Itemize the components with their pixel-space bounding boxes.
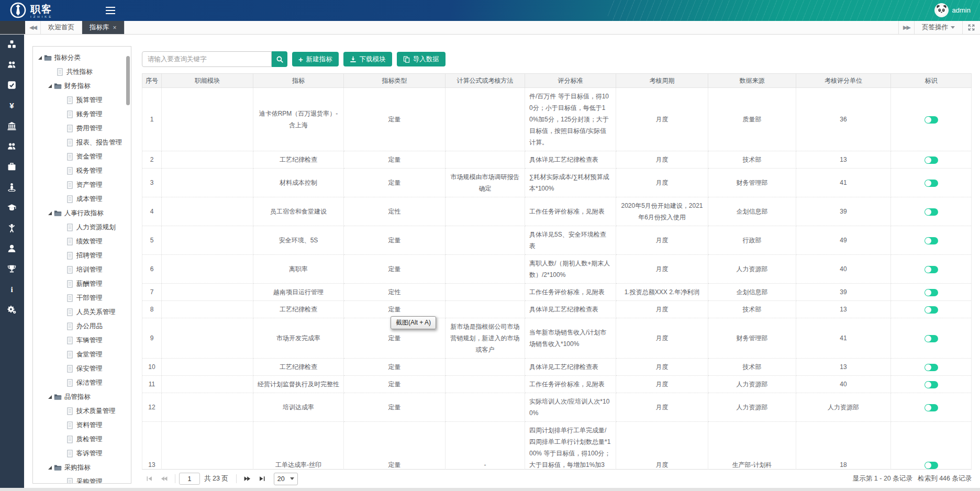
tab-close-icon[interactable]: × <box>113 24 117 31</box>
flag-toggle-switch[interactable] <box>925 306 938 314</box>
flag-toggle-switch[interactable] <box>925 266 938 273</box>
tree-item-leaf[interactable]: 食堂管理 <box>33 348 131 362</box>
search-button[interactable] <box>272 51 287 67</box>
tree-item-leaf[interactable]: 质检管理 <box>33 432 131 447</box>
tree-item-folder[interactable]: 采购指标 <box>33 461 131 475</box>
cogs-icon[interactable] <box>6 304 18 315</box>
tree-item-folder[interactable]: 人事行政指标 <box>33 206 131 220</box>
users-icon[interactable] <box>6 59 18 70</box>
flag-toggle-switch[interactable] <box>925 404 938 411</box>
flag-toggle-switch[interactable] <box>925 237 938 244</box>
tree-expand-caret-icon[interactable] <box>48 84 52 88</box>
tree-item-leaf[interactable]: 绩效管理 <box>33 235 131 249</box>
prev-page-button[interactable] <box>157 473 171 485</box>
flag-toggle-switch[interactable] <box>925 364 938 371</box>
fullscreen-expand-icon[interactable] <box>962 21 980 34</box>
cubes-icon[interactable] <box>6 39 18 50</box>
tree-item-leaf[interactable]: 预算管理 <box>33 93 131 107</box>
user-menu[interactable]: admin <box>934 3 971 17</box>
tree-item-leaf[interactable]: 客诉管理 <box>33 447 131 461</box>
tab-operations-dropdown[interactable]: 页签操作 <box>914 21 962 34</box>
child-icon[interactable] <box>6 222 18 233</box>
tree-item-leaf[interactable]: 税务管理 <box>33 164 131 178</box>
tree-item-leaf[interactable]: 技术质量管理 <box>33 404 131 418</box>
tabs-scroll-right-icon[interactable]: ▶▶ <box>898 21 914 34</box>
tree-item-leaf[interactable]: 保洁管理 <box>33 376 131 390</box>
tree-item-leaf[interactable]: 薪酬管理 <box>33 277 131 291</box>
tree-item-leaf[interactable]: 资产管理 <box>33 178 131 192</box>
table-row[interactable]: 2工艺纪律检查定量具体详见工艺纪律检查表月度技术部13 <box>142 151 972 169</box>
tree-scrollbar[interactable] <box>126 56 130 105</box>
table-row[interactable]: 3材料成本控制定量市场规模由市场调研报告确定∑耗材实际成本/∑耗材预算成本*10… <box>142 169 972 197</box>
flag-toggle-switch[interactable] <box>925 462 938 469</box>
graduation-cap-icon[interactable] <box>6 202 18 213</box>
street-view-icon[interactable] <box>6 182 18 193</box>
tree-item-label: 财务指标 <box>64 82 91 91</box>
flag-toggle-switch[interactable] <box>925 335 938 342</box>
tree-item-leaf[interactable]: 干部管理 <box>33 291 131 305</box>
bank-icon[interactable] <box>6 120 18 131</box>
import-data-button[interactable]: 导入数据 <box>397 52 446 66</box>
new-indicator-button[interactable]: +新建指标 <box>292 52 339 66</box>
briefcase-icon[interactable] <box>6 161 18 172</box>
table-row[interactable]: 6离职率定量离职人数/（期初人数+期末人数）/2*100%月度人力资源部40 <box>142 255 972 284</box>
user-icon[interactable] <box>6 243 18 254</box>
flag-toggle-switch[interactable] <box>925 180 938 187</box>
table-row[interactable]: 11经营计划监督执行及时完整性定量工作任务评价标准，见附表月度人力资源部40 <box>142 376 972 393</box>
flag-toggle-switch[interactable] <box>925 289 938 296</box>
table-row[interactable]: 9市场开发完成率定量新市场是指根据公司市场营销规划，新进入的市场或客户当年新市场… <box>142 318 972 359</box>
flag-toggle-switch[interactable] <box>925 381 938 388</box>
tree-item-leaf[interactable]: 成本管理 <box>33 192 131 206</box>
tree-expand-caret-icon[interactable] <box>48 466 52 470</box>
trophy-icon[interactable] <box>6 263 18 274</box>
cell-formula <box>446 284 525 301</box>
tree-item-leaf[interactable]: 费用管理 <box>33 121 131 136</box>
first-page-button[interactable] <box>142 473 157 485</box>
yen-icon[interactable]: ¥ <box>6 100 18 111</box>
table-row[interactable]: 13工单达成率-丝印定量-四周计划排单行工单完成量/四周排单工单行计划数总量*1… <box>142 422 972 470</box>
tree-item-leaf[interactable]: 共性指标 <box>33 65 131 79</box>
tree-item-leaf[interactable]: 保安管理 <box>33 362 131 376</box>
tree-item-leaf[interactable]: 人力资源规划 <box>33 220 131 235</box>
app-logo[interactable]: 职客 IZHIKE <box>9 2 53 21</box>
page-number-input[interactable] <box>179 473 200 485</box>
table-row[interactable]: 4员工宿舍和食堂建设定性工作任务评价标准，见附表2020年5月份开始建设，202… <box>142 197 972 226</box>
flag-toggle-switch[interactable] <box>925 208 938 216</box>
table-row[interactable]: 5安全环境、5S定量具体详见5S、安全环境检查表月度行政部49 <box>142 226 972 255</box>
table-row[interactable]: 10工艺纪律检查定量具体详见工艺纪律检查表月度技术部13 <box>142 359 972 376</box>
tree-item-leaf[interactable]: 办公用品 <box>33 319 131 333</box>
tree-expand-caret-icon[interactable] <box>38 56 42 60</box>
flag-toggle-switch[interactable] <box>925 157 938 164</box>
last-page-button[interactable] <box>255 473 270 485</box>
tree-item-leaf[interactable]: 资料管理 <box>33 418 131 432</box>
tree-item-leaf[interactable]: 账务管理 <box>33 107 131 121</box>
tree-item-leaf[interactable]: 车辆管理 <box>33 333 131 348</box>
tab-home[interactable]: 欢迎首页 <box>41 21 82 34</box>
search-input[interactable] <box>142 51 272 67</box>
table-row[interactable]: 7越南项目运行管理定性工作任务评价标准，见附表1.投资总额XXX 2.年净利润企… <box>142 284 972 301</box>
download-module-button[interactable]: 下载模块 <box>343 52 392 66</box>
flag-toggle-switch[interactable] <box>925 116 938 124</box>
info-icon[interactable]: i <box>6 284 18 295</box>
tree-item-folder[interactable]: 财务指标 <box>33 79 131 93</box>
check-square-icon[interactable] <box>6 80 18 91</box>
tree-item-leaf[interactable]: 资金管理 <box>33 150 131 164</box>
tab-indicator-library[interactable]: 指标库× <box>82 21 125 34</box>
hamburger-menu-icon[interactable] <box>106 7 115 16</box>
tree-item-leaf[interactable]: 招聘管理 <box>33 249 131 263</box>
tree-item-leaf[interactable]: 人员关系管理 <box>33 305 131 319</box>
tabs-scroll-left-icon[interactable]: ◀◀ <box>25 21 41 34</box>
tree-expand-caret-icon[interactable] <box>48 211 52 215</box>
users-icon[interactable] <box>6 141 18 152</box>
tree-item-leaf[interactable]: 采购管理 <box>33 475 131 484</box>
next-page-button[interactable] <box>240 473 255 485</box>
table-row[interactable]: 8工艺纪律检查定量具体详见工艺纪律检查表月度技术部13 <box>142 301 972 318</box>
tree-item-leaf[interactable]: 培训管理 <box>33 263 131 277</box>
table-row[interactable]: 12培训达成率定量实际培训人次/应培训人次*100%月度人力资源部人力资源部 <box>142 393 972 422</box>
page-size-select[interactable]: 20 <box>274 473 298 485</box>
tree-item-folder[interactable]: 品管指标 <box>33 390 131 404</box>
table-row[interactable]: 1迪卡侬RPM（百万退货率）-含上海定量件/百万件 等于目标值，得100分；小于… <box>142 88 972 151</box>
tree-item-leaf[interactable]: 报表、报告管理 <box>33 136 131 150</box>
tree-item-folder[interactable]: 指标分类 <box>33 51 131 65</box>
tree-expand-caret-icon[interactable] <box>48 395 52 399</box>
